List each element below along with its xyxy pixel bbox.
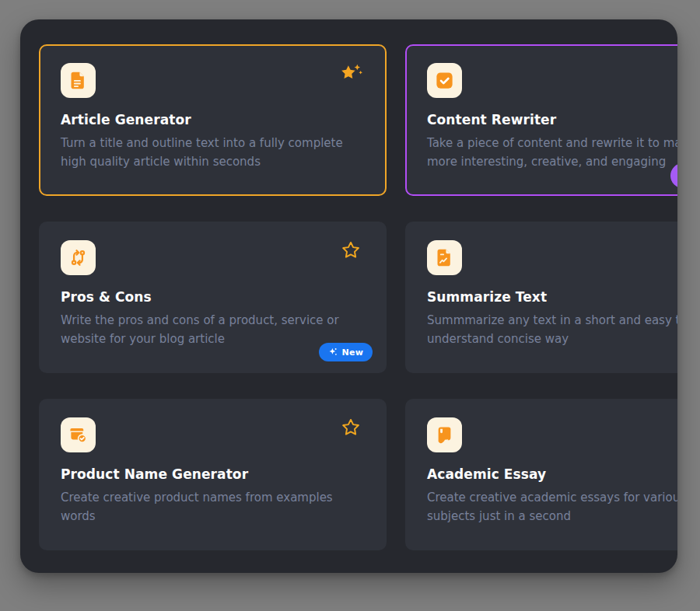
product-box-check-icon [61,417,96,452]
app-surface: Article Generator Turn a title and outli… [20,19,677,573]
tools-grid: Article Generator Turn a title and outli… [39,44,677,550]
sparkle-icon [328,347,338,357]
swap-arrows-icon [61,240,96,275]
card-title: Pros & Cons [61,289,365,305]
card-description: Create creative product names from examp… [61,488,334,526]
card-academic-essay[interactable]: Academic Essay Create creative academic … [405,399,677,550]
card-article-generator[interactable]: Article Generator Turn a title and outli… [39,44,387,196]
summary-document-icon [427,240,462,275]
card-title: Content Rewriter [427,112,677,127]
card-summarize-text[interactable]: Summarize Text Summmarize any text in a … [405,222,677,373]
scroll-icon [427,417,462,452]
new-badge-label: New [342,347,363,358]
card-description: Write the pros and cons of a product, se… [61,311,365,349]
card-content-rewriter[interactable]: Content Rewriter Take a piece of content… [405,44,677,196]
favorite-filled-star-icon[interactable] [338,63,363,84]
card-description: Summmarize any text in a short and easy … [427,311,677,349]
favorite-outline-star-icon[interactable] [338,417,363,438]
card-description: Create creative academic essays for vari… [427,488,677,526]
card-description: Turn a title and outline text into a ful… [61,134,365,172]
article-document-icon [61,63,96,98]
favorite-outline-star-icon[interactable] [338,240,363,261]
card-description: Take a piece of content and rewrite it t… [427,134,677,172]
card-product-name-generator[interactable]: Product Name Generator Create creative p… [39,399,387,550]
card-title: Article Generator [61,112,365,127]
new-badge: New [319,343,373,361]
card-title: Academic Essay [427,466,677,482]
card-pros-cons[interactable]: Pros & Cons Write the pros and cons of a… [39,222,387,373]
card-title: Product Name Generator [61,466,365,482]
card-title: Summarize Text [427,289,677,305]
checkbox-icon [427,63,462,98]
